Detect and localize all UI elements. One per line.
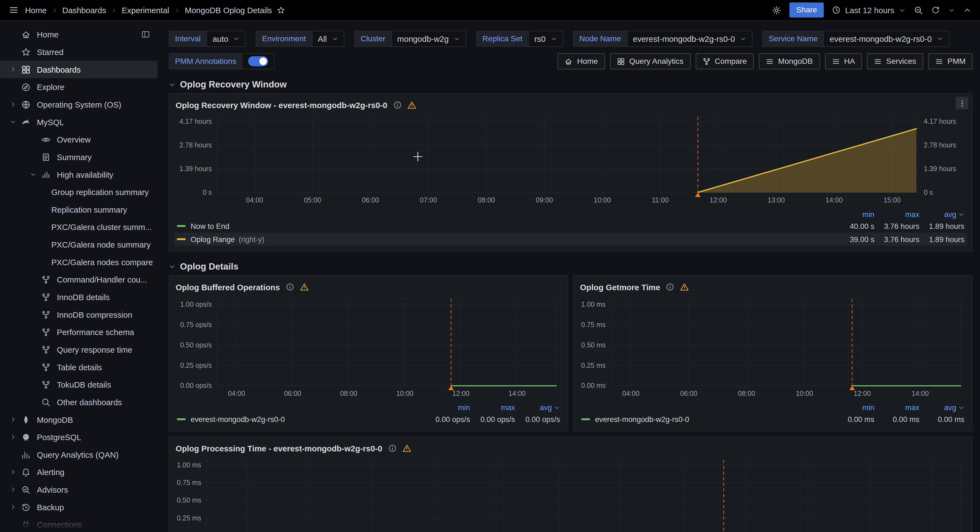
info-icon[interactable] bbox=[285, 282, 294, 291]
sidebar-item-performance-schema[interactable]: Performance schema bbox=[0, 323, 158, 341]
chart-oplog-processing-time[interactable]: 0.00 ms0.25 ms0.50 ms0.75 ms1.00 ms04:00… bbox=[174, 456, 967, 532]
panel-title[interactable]: Oplog Processing Time - everest-mongodb-… bbox=[176, 444, 382, 453]
sidebar-item-overview[interactable]: Overview bbox=[0, 131, 158, 148]
chevron-right-icon[interactable] bbox=[5, 101, 21, 108]
sidebar-item-group-replication-summary[interactable]: Group replication summary bbox=[0, 183, 158, 201]
sidebar-item-mysql[interactable]: MySQL bbox=[0, 113, 158, 131]
series-name[interactable]: Oplog Range bbox=[191, 235, 235, 244]
sidebar-item-replication-summary[interactable]: Replication summary bbox=[0, 201, 158, 218]
warning-icon[interactable] bbox=[407, 101, 416, 110]
sidebar-item-innodb-compression[interactable]: InnoDB compression bbox=[0, 306, 158, 323]
panel-title[interactable]: Oplog Recovery Window - everest-mongodb-… bbox=[176, 100, 387, 110]
legend-row[interactable]: everest-mongodb-w2g-rs0-0 0.00 ops/s 0.0… bbox=[174, 413, 563, 426]
breadcrumb-mongodb-oplog-details[interactable]: MongoDB Oplog Details bbox=[185, 5, 272, 14]
quicklink-services[interactable]: Services bbox=[867, 53, 923, 69]
sidebar-item-summary[interactable]: Summary bbox=[0, 148, 158, 166]
filter-value-dropdown[interactable]: everest-mongodb-w2g-rs0-0 bbox=[627, 30, 752, 47]
sidebar-item-command-handler-cou[interactable]: Command/Handler cou... bbox=[0, 271, 158, 288]
legend-header-min[interactable]: min bbox=[425, 403, 470, 412]
sidebar-item-alerting[interactable]: Alerting bbox=[0, 463, 158, 481]
breadcrumb-experimental[interactable]: Experimental bbox=[122, 5, 169, 14]
filter-value-dropdown[interactable]: rs0 bbox=[528, 30, 563, 47]
favorite-star-icon[interactable] bbox=[277, 6, 285, 14]
zoom-out-icon[interactable] bbox=[914, 5, 923, 14]
sidebar-item-tokudb-details[interactable]: TokuDB details bbox=[0, 376, 158, 393]
info-icon[interactable] bbox=[393, 101, 402, 110]
series-name[interactable]: Now to End bbox=[191, 222, 229, 231]
chart-oplog-buffered-operations[interactable]: 0.00 ops/s0.25 ops/s0.50 ops/s0.75 ops/s… bbox=[174, 295, 563, 400]
filter-value-dropdown[interactable]: mongodb-w2g bbox=[391, 30, 466, 47]
legend-header-min[interactable]: min bbox=[829, 210, 874, 219]
sidebar-item-mongodb[interactable]: MongoDB bbox=[0, 411, 158, 428]
chart-oplog-getmore-time[interactable]: 0.00 ms0.25 ms0.50 ms0.75 ms1.00 ms04:00… bbox=[579, 295, 967, 400]
warning-icon[interactable] bbox=[300, 282, 309, 291]
sidebar-item-pxc-galera-nodes-compare[interactable]: PXC/Galera nodes compare bbox=[0, 253, 158, 271]
sidebar-item-postgresql[interactable]: PostgreSQL bbox=[0, 428, 158, 446]
sidebar-item-high-availability[interactable]: High availability bbox=[0, 166, 158, 183]
filter-value-dropdown[interactable]: All bbox=[312, 30, 344, 47]
sidebar-item-other-dashboards[interactable]: Other dashboards bbox=[0, 393, 158, 411]
collapse-topbar-icon[interactable] bbox=[963, 6, 972, 14]
legend-row[interactable]: Now to End 40.00 s 3.76 hours 1.89 hours bbox=[174, 220, 967, 233]
section-oplog-details[interactable]: Oplog Details bbox=[169, 261, 972, 271]
section-oplog-recovery-window[interactable]: Oplog Recovery Window bbox=[169, 80, 972, 89]
dashboard-settings-icon[interactable] bbox=[772, 5, 781, 14]
panel-title[interactable]: Oplog Buffered Operations bbox=[176, 282, 280, 291]
breadcrumb-dashboards[interactable]: Dashboards bbox=[62, 5, 106, 14]
time-range-picker[interactable]: Last 12 hours bbox=[832, 5, 906, 14]
chevron-right-icon[interactable] bbox=[5, 504, 21, 510]
sidebar-item-backup[interactable]: Backup bbox=[0, 499, 158, 516]
sidebar-item-home[interactable]: Home bbox=[0, 25, 158, 43]
sidebar-item-table-details[interactable]: Table details bbox=[0, 358, 158, 376]
series-name[interactable]: everest-mongodb-w2g-rs0-0 bbox=[191, 415, 285, 424]
chevron-right-icon[interactable] bbox=[5, 486, 21, 493]
legend-header-avg[interactable]: avg bbox=[920, 403, 965, 412]
legend-header-max[interactable]: max bbox=[874, 210, 920, 219]
info-icon[interactable] bbox=[666, 282, 675, 291]
info-icon[interactable] bbox=[388, 444, 397, 453]
chevron-right-icon[interactable] bbox=[5, 66, 21, 73]
share-button[interactable]: Share bbox=[789, 3, 824, 18]
chevron-down-icon[interactable] bbox=[5, 119, 21, 125]
quicklink-compare[interactable]: Compare bbox=[695, 53, 754, 69]
sidebar-item-query-analytics-qan[interactable]: Query Analytics (QAN) bbox=[0, 446, 158, 464]
legend-header-avg[interactable]: avg bbox=[515, 403, 560, 412]
legend-row[interactable]: Oplog Range (right-y) 39.00 s 3.76 hours… bbox=[174, 233, 967, 246]
legend-row[interactable]: everest-mongodb-w2g-rs0-0 0.00 ms 0.00 m… bbox=[579, 413, 967, 426]
chevron-down-icon[interactable] bbox=[25, 171, 41, 178]
warning-icon[interactable] bbox=[402, 444, 411, 453]
panel-title[interactable]: Oplog Getmore Time bbox=[580, 282, 660, 291]
legend-header-max[interactable]: max bbox=[874, 403, 920, 412]
breadcrumb-home[interactable]: Home bbox=[25, 5, 47, 14]
quicklink-ha[interactable]: HA bbox=[825, 53, 862, 69]
sidebar-item-operating-system-os[interactable]: Operating System (OS) bbox=[0, 96, 158, 113]
panel-menu-icon[interactable] bbox=[956, 97, 968, 109]
sidebar-item-connections[interactable]: Connections bbox=[0, 516, 158, 532]
series-name[interactable]: everest-mongodb-w2g-rs0-0 bbox=[595, 415, 689, 424]
sidebar-item-starred[interactable]: Starred bbox=[0, 43, 158, 61]
filter-value-dropdown[interactable]: everest-mongodb-w2g-rs0-0 bbox=[824, 30, 950, 47]
panel-left-icon[interactable] bbox=[142, 30, 150, 39]
sidebar-item-explore[interactable]: Explore bbox=[0, 78, 158, 96]
sidebar-item-innodb-details[interactable]: InnoDB details bbox=[0, 288, 158, 306]
quicklink-home[interactable]: Home bbox=[558, 53, 605, 69]
chevron-right-icon[interactable] bbox=[5, 469, 21, 475]
chevron-right-icon[interactable] bbox=[5, 434, 21, 440]
quicklink-mongodb[interactable]: MongoDB bbox=[759, 53, 820, 69]
chevron-right-icon[interactable] bbox=[5, 416, 21, 423]
refresh-interval-dropdown-icon[interactable] bbox=[948, 6, 955, 13]
sidebar-item-advisors[interactable]: Advisors bbox=[0, 481, 158, 499]
pmm-annotations-toggle[interactable] bbox=[248, 56, 268, 66]
quicklink-query-analytics[interactable]: Query Analytics bbox=[610, 53, 690, 69]
filter-value-dropdown[interactable]: auto bbox=[206, 30, 246, 47]
chart-oplog-recovery-window[interactable]: 0 s0 s1.39 hours1.39 hours2.78 hours2.78… bbox=[174, 113, 967, 206]
legend-header-min[interactable]: min bbox=[829, 403, 874, 412]
legend-header-max[interactable]: max bbox=[470, 403, 515, 412]
legend-header-avg[interactable]: avg bbox=[920, 210, 965, 219]
sidebar-item-dashboards[interactable]: Dashboards bbox=[0, 61, 158, 78]
sidebar-item-query-response-time[interactable]: Query response time bbox=[0, 341, 158, 358]
sidebar-item-pxc-galera-cluster-summ[interactable]: PXC/Galera cluster summ... bbox=[0, 218, 158, 236]
menu-icon[interactable] bbox=[9, 5, 19, 15]
sidebar-item-pxc-galera-node-summary[interactable]: PXC/Galera node summary bbox=[0, 236, 158, 253]
warning-icon[interactable] bbox=[680, 282, 689, 291]
